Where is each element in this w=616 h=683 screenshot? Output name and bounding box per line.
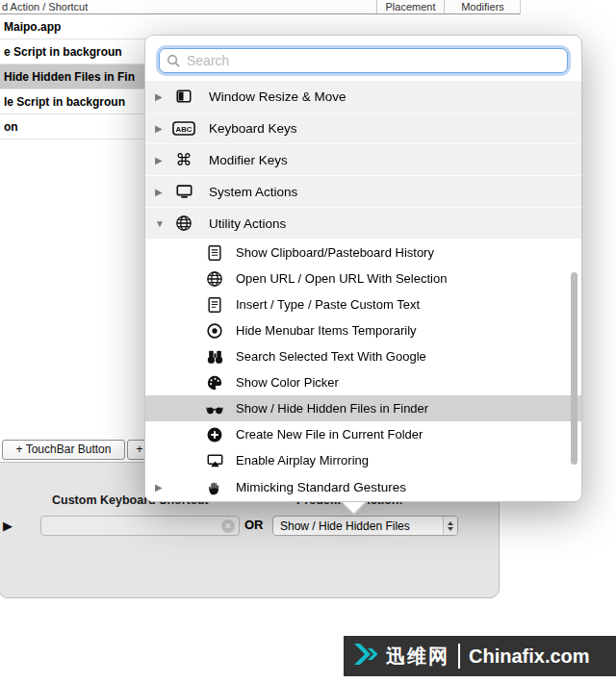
scrollbar-thumb[interactable] (571, 272, 578, 465)
shortcut-recorder-input[interactable]: ✕ (40, 516, 240, 536)
table-header: d Action / Shortcut Placement Modifiers (0, 0, 521, 14)
watermark-site-name-cn: 迅维网 (386, 644, 449, 670)
dropdown-stepper-icon[interactable] (443, 517, 457, 535)
category-modifier-keys[interactable]: ▶ ⌘ Modifier Keys (145, 144, 581, 176)
predefined-action-dropdown[interactable]: Show / Hide Hidden Files (272, 516, 458, 536)
chinafix-logo-icon (351, 641, 380, 671)
list-item-color-picker[interactable]: Show Color Picker (145, 369, 581, 395)
category-utility-actions[interactable]: ▼ Utility Actions (145, 208, 581, 240)
add-touchbar-button[interactable]: + TouchBar Button (2, 440, 125, 460)
column-header-placement[interactable]: Placement (376, 0, 444, 13)
text-document-icon (203, 296, 226, 314)
window-resize-icon (170, 88, 197, 105)
watermark-divider (458, 644, 460, 669)
command-key-icon: ⌘ (170, 152, 197, 168)
monitor-icon (170, 183, 197, 200)
globe-icon (170, 215, 197, 232)
action-picker-popover: ▶ Window Resize & Move ▶ ABC Keyboard Ke… (144, 35, 582, 502)
list-item-label: Insert / Type / Paste Custom Text (236, 297, 420, 312)
list-item-label: Show Color Picker (236, 375, 339, 390)
globe-icon (203, 270, 226, 288)
disclosure-triangle-icon[interactable]: ▶ (155, 187, 170, 197)
or-label: OR (244, 518, 264, 532)
column-header-modifiers[interactable]: Modifiers (444, 0, 521, 13)
binoculars-icon (203, 348, 226, 366)
search-field-wrap (159, 48, 568, 73)
list-item-open-url[interactable]: Open URL / Open URL With Selection (145, 266, 581, 291)
list-item-airplay-mirroring[interactable]: Enable Airplay Mirroring (145, 447, 581, 473)
list-item-label: Create New File in Current Folder (236, 427, 423, 442)
airplay-icon (203, 452, 226, 469)
list-item-label: Show Clipboard/Pasteboard History (236, 245, 434, 260)
record-dot-icon (203, 322, 226, 340)
list-item-clipboard-history[interactable]: Show Clipboard/Pasteboard History (145, 240, 581, 266)
plus-circle-icon (203, 426, 226, 443)
category-label: Window Resize & Move (209, 89, 346, 104)
clipboard-history-icon (203, 244, 226, 262)
list-item-create-new-file[interactable]: Create New File in Current Folder (145, 421, 581, 447)
search-icon (167, 54, 181, 72)
disclosure-triangle-icon[interactable]: ▶ (155, 155, 170, 165)
keyboard-abc-icon: ABC (170, 120, 197, 137)
disclosure-triangle-icon[interactable]: ▼ (155, 218, 170, 229)
clear-icon[interactable]: ✕ (221, 519, 235, 533)
category-mimicking-gestures[interactable]: ▶ Mimicking Standard Gestures (145, 473, 581, 501)
list-item-search-google[interactable]: Search Selected Text With Google (145, 343, 581, 369)
list-item-label: Enable Airplay Mirroring (236, 453, 369, 468)
play-icon[interactable]: ▶ (3, 516, 13, 536)
category-label: Mimicking Standard Gestures (236, 480, 406, 494)
category-label: Utility Actions (209, 216, 286, 231)
category-system-actions[interactable]: ▶ System Actions (145, 176, 581, 208)
disclosure-triangle-icon[interactable]: ▶ (155, 123, 170, 134)
watermark-site-name-en: Chinafix.com (469, 645, 590, 668)
list-item-hide-menubar-items[interactable]: Hide Menubar Items Temporarily (145, 317, 581, 343)
category-keyboard-keys[interactable]: ▶ ABC Keyboard Keys (145, 113, 581, 144)
screenshot-root: d Action / Shortcut Placement Modifiers … (0, 0, 616, 683)
dropdown-selected-value: Show / Hide Hidden Files (273, 519, 443, 533)
category-window-resize[interactable]: ▶ Window Resize & Move (145, 81, 581, 113)
category-label: Keyboard Keys (209, 121, 297, 136)
hand-icon (203, 479, 226, 496)
search-input[interactable] (159, 48, 568, 73)
watermark-banner: 迅维网 Chinafix.com (344, 636, 616, 676)
category-label: Modifier Keys (209, 153, 288, 167)
popover-body: ▶ Window Resize & Move ▶ ABC Keyboard Ke… (144, 35, 582, 502)
color-palette-icon (203, 374, 226, 392)
list-item-label: Hide Menubar Items Temporarily (236, 323, 417, 338)
list-item-label: Search Selected Text With Google (236, 349, 426, 364)
column-header-shortcut[interactable]: d Action / Shortcut (0, 0, 376, 13)
category-label: System Actions (209, 185, 297, 199)
disclosure-triangle-icon[interactable]: ▶ (155, 482, 170, 493)
list-item-hide-hidden-files[interactable]: Show / Hide Hidden Files in Finder (145, 395, 581, 421)
list-item-paste-custom-text[interactable]: Insert / Type / Paste Custom Text (145, 291, 581, 317)
svg-text:ABC: ABC (176, 124, 192, 133)
glasses-icon (203, 400, 226, 417)
list-item-label: Show / Hide Hidden Files in Finder (236, 401, 428, 416)
disclosure-triangle-icon[interactable]: ▶ (155, 91, 170, 102)
list-item-label: Open URL / Open URL With Selection (236, 271, 447, 286)
